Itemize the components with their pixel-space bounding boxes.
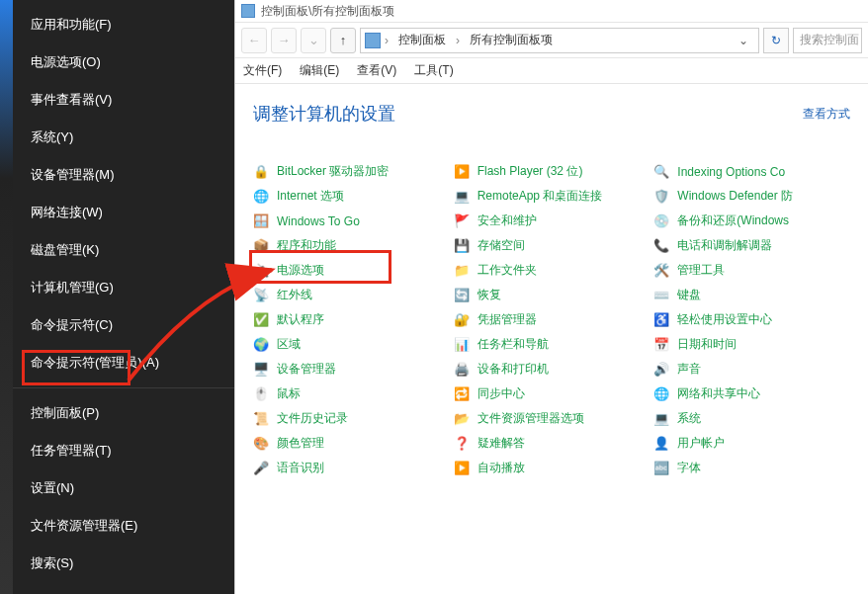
cp-item-network-sharing[interactable]: 🌐网络和共享中心 <box>651 382 852 406</box>
recovery-icon: 🔄 <box>454 288 470 303</box>
flash-player-icon: ▶️ <box>454 164 470 180</box>
bitlocker-icon: 🔒 <box>253 164 269 180</box>
cp-item-autoplay[interactable]: ▶️自动播放 <box>452 456 652 480</box>
sync-center-icon: 🔁 <box>454 386 470 402</box>
cp-item-windows-to-go[interactable]: 🪟Windows To Go <box>251 209 452 233</box>
cp-item-region[interactable]: 🌍区域 <box>251 332 452 357</box>
cp-item-explorer-options[interactable]: 📂文件资源管理器选项 <box>452 406 652 431</box>
menu-separator <box>13 387 234 388</box>
cp-item-power-options[interactable]: 🔌电源选项 <box>251 258 452 283</box>
menu-tools[interactable]: 工具(T) <box>414 62 453 79</box>
cp-item-date-time[interactable]: 📅日期和时间 <box>651 332 852 357</box>
cp-item-label: Windows To Go <box>277 214 360 228</box>
cp-item-internet-options[interactable]: 🌐Internet 选项 <box>251 184 452 209</box>
menu-item[interactable]: 文件资源管理器(E) <box>13 507 234 545</box>
cp-item-work-folders[interactable]: 📁工作文件夹 <box>452 258 652 283</box>
menu-item[interactable]: 事件查看器(V) <box>13 81 234 119</box>
default-programs-icon: ✅ <box>253 312 269 328</box>
menu-item[interactable]: 命令提示符(管理员)(A) <box>13 344 234 382</box>
region-icon: 🌍 <box>253 337 269 353</box>
cp-item-color-mgmt[interactable]: 🎨颜色管理 <box>251 431 452 456</box>
cp-item-ease-of-access[interactable]: ♿轻松使用设置中心 <box>651 307 852 332</box>
cp-item-speech[interactable]: 🎤语音识别 <box>251 456 452 480</box>
page-heading: 调整计算机的设置 <box>253 102 395 126</box>
forward-button[interactable]: → <box>271 28 297 53</box>
search-input[interactable]: 搜索控制面 <box>793 28 862 53</box>
cp-item-file-history[interactable]: 📜文件历史记录 <box>251 406 452 431</box>
address-dropdown-icon[interactable]: ⌄ <box>733 34 754 47</box>
menu-item[interactable]: 搜索(S) <box>13 545 234 582</box>
cp-item-label: 设备管理器 <box>277 361 336 378</box>
cp-item-system[interactable]: 💻系统 <box>651 406 852 431</box>
breadcrumb-chevron-icon: › <box>456 34 460 47</box>
cp-item-remoteapp[interactable]: 💻RemoteApp 和桌面连接 <box>452 184 652 209</box>
menu-item[interactable]: 应用和功能(F) <box>13 6 234 43</box>
cp-item-recovery[interactable]: 🔄恢复 <box>452 283 652 307</box>
cp-item-user-accounts[interactable]: 👤用户帐户 <box>651 431 852 456</box>
cp-item-flash-player[interactable]: ▶️Flash Player (32 位) <box>452 159 652 184</box>
cp-item-taskbar-nav[interactable]: 📊任务栏和导航 <box>452 332 652 357</box>
cp-item-label: RemoteApp 和桌面连接 <box>477 188 603 205</box>
remoteapp-icon: 💻 <box>454 189 470 205</box>
cp-item-mouse[interactable]: 🖱️鼠标 <box>251 382 452 406</box>
items-column: 🔍Indexing Options Co🛡️Windows Defender 防… <box>651 159 852 480</box>
cp-item-devices-printers[interactable]: 🖨️设备和打印机 <box>452 357 652 382</box>
menu-item[interactable]: 运行(R) <box>13 582 234 594</box>
menu-item[interactable]: 电源选项(O) <box>13 43 234 81</box>
cp-item-programs-features[interactable]: 📦程序和功能 <box>251 233 452 258</box>
ease-of-access-icon: ♿ <box>653 312 669 328</box>
menu-edit[interactable]: 编辑(E) <box>300 62 339 79</box>
cp-item-label: 安全和维护 <box>477 212 537 229</box>
breadcrumb-part[interactable]: 所有控制面板项 <box>464 32 559 48</box>
cp-item-backup-restore[interactable]: 💿备份和还原(Windows <box>651 209 852 233</box>
cp-item-troubleshoot[interactable]: ❓疑难解答 <box>452 431 652 456</box>
cp-item-sound[interactable]: 🔊声音 <box>651 357 852 382</box>
menu-item[interactable]: 计算机管理(G) <box>13 269 234 306</box>
history-dropdown[interactable]: ⌄ <box>301 28 326 53</box>
cp-item-label: 任务栏和导航 <box>477 336 549 353</box>
cp-item-default-programs[interactable]: ✅默认程序 <box>251 307 452 332</box>
view-by-label[interactable]: 查看方式 <box>803 106 850 123</box>
cp-item-credential-mgr[interactable]: 🔐凭据管理器 <box>452 307 652 332</box>
refresh-button[interactable]: ↻ <box>763 28 789 53</box>
cp-item-sync-center[interactable]: 🔁同步中心 <box>452 382 652 406</box>
cp-item-label: 红外线 <box>277 287 312 303</box>
cp-item-defender[interactable]: 🛡️Windows Defender 防 <box>651 184 852 209</box>
cp-item-bitlocker[interactable]: 🔒BitLocker 驱动器加密 <box>251 159 452 184</box>
menu-item[interactable]: 设置(N) <box>13 469 234 507</box>
keyboard-icon: ⌨️ <box>653 288 669 303</box>
menu-item[interactable]: 控制面板(P) <box>13 394 234 432</box>
control-panel-window: 控制面板\所有控制面板项 ← → ⌄ ↑ › 控制面板 › 所有控制面板项 ⌄ … <box>234 0 868 594</box>
control-panel-icon <box>241 4 255 18</box>
cp-item-admin-tools[interactable]: 🛠️管理工具 <box>651 258 852 283</box>
menu-item[interactable]: 网络连接(W) <box>13 194 234 231</box>
menu-view[interactable]: 查看(V) <box>357 62 396 79</box>
up-button[interactable]: ↑ <box>330 28 356 53</box>
menu-item[interactable]: 设备管理器(M) <box>13 156 234 194</box>
cp-item-device-manager[interactable]: 🖥️设备管理器 <box>251 357 452 382</box>
cp-item-label: 用户帐户 <box>677 435 725 452</box>
search-placeholder: 搜索控制面 <box>800 32 859 48</box>
cp-item-fonts[interactable]: 🔤字体 <box>651 456 852 480</box>
cp-item-security-maint[interactable]: 🚩安全和维护 <box>452 209 652 233</box>
cp-item-indexing[interactable]: 🔍Indexing Options Co <box>651 159 852 184</box>
menu-item[interactable]: 任务管理器(T) <box>13 432 234 469</box>
breadcrumb-chevron-icon: › <box>385 34 389 47</box>
menu-item[interactable]: 系统(Y) <box>13 119 234 156</box>
window-title: 控制面板\所有控制面板项 <box>261 3 394 20</box>
troubleshoot-icon: ❓ <box>454 436 470 452</box>
breadcrumb-part[interactable]: 控制面板 <box>392 32 452 48</box>
defender-icon: 🛡️ <box>653 189 669 205</box>
title-bar: 控制面板\所有控制面板项 <box>235 0 868 23</box>
address-bar[interactable]: › 控制面板 › 所有控制面板项 ⌄ <box>360 28 759 53</box>
menu-file[interactable]: 文件(F) <box>243 62 282 79</box>
menu-item[interactable]: 磁盘管理(K) <box>13 231 234 269</box>
cp-item-phone-modem[interactable]: 📞电话和调制解调器 <box>651 233 852 258</box>
cp-item-keyboard[interactable]: ⌨️键盘 <box>651 283 852 307</box>
cp-item-label: 设备和打印机 <box>477 361 549 378</box>
back-button[interactable]: ← <box>241 28 267 53</box>
cp-item-infrared[interactable]: 📡红外线 <box>251 283 452 307</box>
cp-item-storage-spaces[interactable]: 💾存储空间 <box>452 233 652 258</box>
menu-item[interactable]: 命令提示符(C) <box>13 306 234 344</box>
infrared-icon: 📡 <box>253 288 269 303</box>
